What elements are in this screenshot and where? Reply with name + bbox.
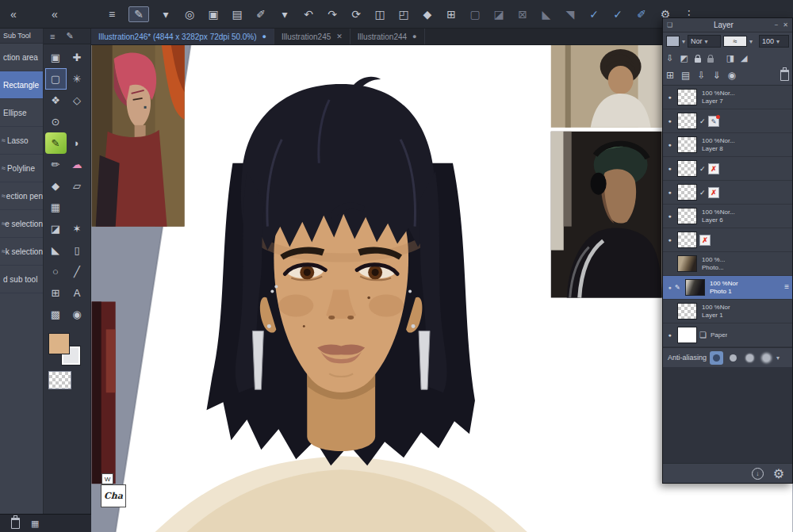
ruler-corner-icon[interactable]: ◢ bbox=[741, 53, 747, 63]
zoom-tool[interactable]: ⊙ bbox=[45, 111, 67, 132]
hand-tool[interactable]: ❖ bbox=[45, 90, 67, 111]
layer-visible-eye-icon[interactable]: ● bbox=[665, 189, 675, 195]
transparent-color-swatch[interactable] bbox=[48, 371, 71, 389]
layer-visible-eye-icon[interactable]: ● bbox=[665, 94, 675, 100]
blend-tool[interactable]: ◗ bbox=[67, 132, 88, 154]
sub-tool-item-polyline[interactable]: ≈ Polyline bbox=[0, 155, 43, 182]
sync-icon[interactable]: ⟳ bbox=[349, 8, 363, 21]
layer-thumbnail[interactable] bbox=[677, 327, 697, 343]
tab-close-icon[interactable]: ✕ bbox=[336, 33, 343, 40]
transfer-down-icon[interactable]: ⇩ bbox=[666, 53, 673, 63]
tool-options-pen-icon[interactable]: ✎ bbox=[66, 31, 73, 41]
collapse-left-icon[interactable]: « bbox=[6, 8, 21, 21]
pencil-tool[interactable]: ✏ bbox=[45, 154, 67, 175]
open-file-icon[interactable]: ▤ bbox=[230, 8, 244, 21]
trash-icon[interactable] bbox=[11, 518, 20, 529]
layer-row[interactable]: ● ✓ ✎ bbox=[663, 109, 792, 132]
chevron-down-icon[interactable]: ▾ bbox=[776, 354, 780, 362]
sub-tool-item-lasso[interactable]: ≈ Lasso bbox=[0, 127, 43, 155]
clip-to-layer-icon[interactable]: ◩ bbox=[680, 53, 688, 63]
sub-tool-item-ellipse[interactable]: Ellipse bbox=[0, 99, 43, 127]
minimize-icon[interactable]: − bbox=[775, 21, 779, 29]
lock-icon[interactable] bbox=[695, 58, 701, 63]
eyedropper-tool[interactable]: ◇ bbox=[67, 90, 88, 111]
ruler-left-icon[interactable]: ◣ bbox=[539, 8, 554, 21]
layer-row[interactable]: 100 %NorLayer 1 bbox=[663, 300, 792, 323]
layer-visible-eye-icon[interactable]: ● bbox=[665, 166, 675, 171]
layer-row[interactable]: ● 100 %Nor...Layer 8 bbox=[663, 133, 792, 156]
window-stub-w[interactable]: W bbox=[102, 473, 113, 484]
perspective-tool[interactable]: ▦ bbox=[45, 197, 67, 218]
mask-enable-icon[interactable]: ◨ bbox=[726, 53, 734, 63]
opacity-field[interactable]: 100 ▾ bbox=[759, 35, 789, 48]
chevron-down-icon[interactable]: ▾ bbox=[749, 38, 753, 45]
sub-tool-item-erase-selection[interactable]: ≈ e selection bbox=[0, 210, 43, 238]
settings-wrench-icon[interactable]: ⚙ bbox=[773, 466, 784, 481]
airbrush-tool[interactable]: ☁ bbox=[67, 154, 88, 175]
frame-tool[interactable]: ⊞ bbox=[45, 282, 67, 304]
ruler-tool[interactable]: ◣ bbox=[45, 239, 67, 261]
layer-thumbnail[interactable] bbox=[677, 232, 697, 248]
collapse-left-2-icon[interactable]: « bbox=[48, 8, 62, 21]
layer-visible-eye-icon[interactable]: ● bbox=[665, 285, 675, 290]
sub-tool-item-command-sub-tool[interactable]: d sub tool bbox=[0, 266, 43, 293]
eraser2-tool[interactable]: ◪ bbox=[45, 218, 67, 239]
marker-tool[interactable]: ✎ bbox=[45, 132, 67, 154]
layer-row[interactable]: 100 %...Photo... bbox=[663, 252, 792, 275]
pen-dropdown-icon[interactable]: ▾ bbox=[159, 8, 173, 21]
sub-tool-item-selection-pen[interactable]: ≈ ection pen bbox=[0, 182, 43, 210]
layer-mask-icon[interactable]: ◉ bbox=[728, 70, 736, 81]
layer-row-selected[interactable]: ● ✎ 100 %NorPhoto 1 ≡ bbox=[663, 276, 792, 299]
brush-dropdown-icon[interactable]: ▾ bbox=[278, 8, 292, 21]
delete-layer-icon[interactable] bbox=[780, 70, 789, 81]
anti-aliasing-option-weak[interactable] bbox=[726, 351, 740, 365]
layer-visible-eye-icon[interactable]: ● bbox=[665, 332, 675, 338]
snap-special-icon[interactable]: ✓ bbox=[611, 8, 625, 21]
decoration-tool[interactable]: ▱ bbox=[67, 175, 88, 197]
redo-icon[interactable]: ↷ bbox=[325, 8, 339, 21]
line-tool[interactable]: ╱ bbox=[67, 261, 88, 282]
shape-tool-icon[interactable]: ◎ bbox=[182, 8, 197, 21]
layer-panel-titlebar[interactable]: ❏ Layer − ✕ bbox=[663, 18, 792, 33]
new-layer-icon[interactable]: ⊞ bbox=[666, 70, 674, 81]
layer-row-menu-icon[interactable]: ≡ bbox=[784, 282, 789, 291]
grid-toggle-icon[interactable]: ▦ bbox=[31, 519, 39, 529]
marquee-tool[interactable]: ▢ bbox=[45, 68, 67, 90]
layer-thumbnail[interactable] bbox=[677, 113, 697, 129]
close-icon[interactable]: ✕ bbox=[783, 21, 788, 29]
move-tool[interactable]: ✚ bbox=[67, 47, 88, 68]
layer-thumbnail[interactable] bbox=[677, 136, 697, 153]
tab-illustration244[interactable]: Illustration244 ● bbox=[351, 29, 425, 44]
sub-tool-item-selection-area[interactable]: ction area bbox=[0, 44, 43, 71]
text-tool[interactable]: A bbox=[67, 282, 88, 304]
layer-row[interactable]: ● ❏ Paper bbox=[663, 323, 792, 346]
history-icon[interactable]: ↓ bbox=[752, 468, 764, 480]
layer-thumbnail[interactable] bbox=[677, 208, 697, 224]
lock-alpha-icon[interactable] bbox=[707, 58, 714, 63]
eraser-tool[interactable]: ◆ bbox=[45, 175, 67, 197]
select-rect-icon[interactable]: ▢ bbox=[468, 8, 482, 21]
anti-aliasing-option-strong[interactable] bbox=[760, 351, 773, 365]
balloon-tool[interactable]: ○ bbox=[45, 261, 67, 282]
layer-visible-eye-icon[interactable]: ● bbox=[665, 237, 675, 243]
brush-stroke-preview[interactable]: ≈ bbox=[723, 36, 747, 47]
deselect-icon[interactable]: ⊠ bbox=[515, 8, 530, 21]
tool-options-menu-icon[interactable]: ≡ bbox=[50, 32, 55, 41]
layer-thumbnail[interactable] bbox=[685, 279, 705, 296]
layer-row[interactable]: ● ✓ ✗ bbox=[663, 157, 792, 180]
speech-tool[interactable]: ◉ bbox=[67, 304, 88, 325]
layer-thumbnail[interactable] bbox=[677, 89, 697, 105]
main-menu-icon[interactable]: ≡ bbox=[105, 8, 119, 21]
layer-visible-eye-icon[interactable]: ● bbox=[665, 213, 675, 219]
layer-visible-eye-icon[interactable]: ● bbox=[665, 142, 675, 147]
layer-row[interactable]: ● 100 %Nor...Layer 7 bbox=[663, 86, 792, 109]
brush-select-icon[interactable]: ✐ bbox=[254, 8, 268, 21]
blend-thumb[interactable] bbox=[666, 36, 680, 47]
sub-tool-item-rectangle[interactable]: Rectangle bbox=[0, 71, 43, 99]
layer-thumbnail[interactable] bbox=[677, 303, 697, 320]
pen-tool-button[interactable]: ✎ bbox=[128, 6, 149, 22]
auto-select-tool[interactable]: ✳ bbox=[67, 68, 88, 90]
figure-tool[interactable]: ▯ bbox=[67, 239, 88, 261]
layer-thumbnail[interactable] bbox=[677, 184, 697, 201]
snap-ruler-icon[interactable]: ✓ bbox=[587, 8, 601, 21]
